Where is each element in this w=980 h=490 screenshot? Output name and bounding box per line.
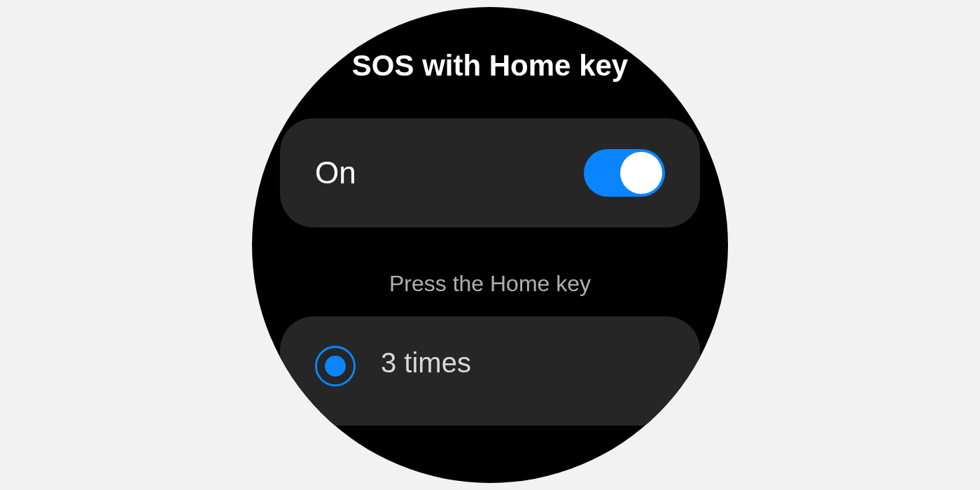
toggle-knob	[620, 152, 662, 194]
option-3-times[interactable]: 3 times	[280, 316, 700, 426]
toggle-label: On	[315, 155, 356, 190]
watch-content: SOS with Home key On Press the Home key …	[252, 7, 728, 483]
toggle-switch[interactable]	[584, 149, 665, 197]
section-label: Press the Home key	[252, 271, 728, 297]
page-title: SOS with Home key	[252, 48, 728, 85]
sos-toggle-row[interactable]: On	[280, 118, 700, 227]
radio-selected-icon	[315, 346, 356, 386]
radio-inner-dot	[325, 356, 346, 377]
option-label: 3 times	[381, 347, 471, 379]
watch-face: SOS with Home key On Press the Home key …	[252, 7, 728, 483]
